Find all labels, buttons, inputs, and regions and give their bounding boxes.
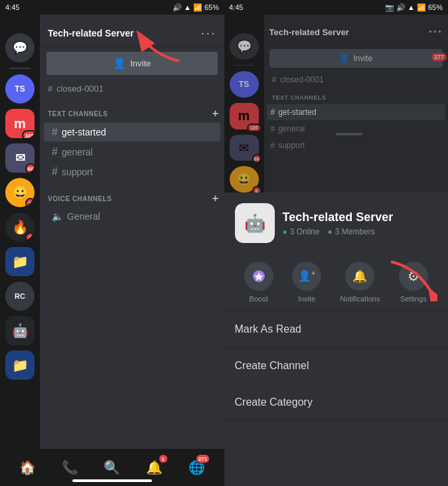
boost-label: Boost [250, 295, 268, 303]
server-icon-avatar[interactable]: 😀 8 [5, 178, 35, 207]
invite-action-label: Invite [298, 295, 315, 303]
scroll-indicator [336, 133, 362, 135]
channel-item-support[interactable]: # support [44, 163, 220, 181]
bg-closed-name: closed-0001 [280, 75, 323, 84]
nav-bell-btn[interactable]: 🔔 1 [144, 457, 165, 478]
wifi-right-icon: ▲ [408, 3, 415, 11]
create-category-text: Create Category [235, 396, 313, 408]
bg-hash2: # [271, 124, 275, 133]
server-stats: 3 Online 3 Members [283, 227, 438, 236]
server-icon-ts[interactable]: TS [5, 74, 35, 104]
gear-icon: ⚙ [408, 268, 419, 284]
phone-icon: 📞 [62, 459, 78, 475]
globe-badge: 271 [196, 454, 210, 463]
nav-search-btn[interactable]: 🔍 [102, 457, 123, 478]
channel-name-support: support [62, 167, 93, 177]
bg-ts-icon: TS [230, 71, 259, 98]
bg-hash3: # [271, 141, 275, 150]
server-name-left: Tech-related Server [48, 28, 134, 39]
server-icon-email[interactable]: ✉ 66 [5, 143, 35, 173]
invite-action-symbol: 👤+ [298, 270, 315, 282]
channel-header: Tech-related Server ··· [40, 15, 224, 46]
create-channel-item[interactable]: Create Channel [224, 348, 449, 384]
bg-divider [234, 65, 255, 66]
hash-icon-1: # [52, 126, 58, 138]
server-badge-avatar: 8 [25, 198, 35, 207]
closed-channel-name: closed-0001 [56, 84, 104, 94]
server-icon-folder2[interactable]: 📁 [5, 351, 35, 380]
speaker-right-icon: 🔊 [396, 3, 406, 12]
boost-btn[interactable]: Boost [244, 262, 273, 303]
channel-name-get-started: get-started [62, 127, 106, 137]
home-server-icon[interactable]: 💬 [5, 33, 35, 62]
settings-btn[interactable]: ⚙ Settings [399, 262, 428, 303]
signal-right-icon: 📶 [417, 3, 426, 12]
bg-support: #support [267, 137, 446, 153]
server-icon-fire[interactable]: 🔥 2 [5, 212, 35, 242]
invite-action-icon: 👤+ [292, 262, 321, 291]
bg-email-icon: ✉ 66 [230, 135, 259, 161]
add-text-channel-btn[interactable]: + [212, 108, 219, 120]
bg-invite-icon: 👤 [339, 54, 349, 63]
bg-notif-badge: 277 [431, 53, 447, 61]
wifi-icon: ▲ [184, 3, 191, 11]
boost-svg [252, 270, 265, 283]
settings-label: Settings [400, 295, 427, 303]
server-bg-sidebar: 💬 TS m 185 ✉ 66 😀 8 [224, 15, 264, 193]
server-bg-channels: Tech-related Server ··· 👤 Invite # close… [264, 0, 449, 193]
nav-home-btn[interactable]: 🏠 [17, 457, 38, 478]
time-right: 4:45 [229, 3, 243, 11]
bg-hash-closed: # [272, 75, 277, 84]
photo-icon: 📷 [385, 3, 394, 12]
bg-avatar-badge: 8 [252, 186, 261, 193]
server-icon-folder1[interactable]: 📁 [5, 247, 35, 276]
status-icons-left: 🔊 ▲ 📶 65% [173, 3, 219, 12]
channel-name-general: general [62, 147, 93, 157]
invite-button-left[interactable]: 👤 Invite [46, 52, 218, 75]
boost-icon [244, 262, 273, 291]
notifications-label: Notifications [340, 295, 380, 303]
channel-item-general[interactable]: # general [44, 143, 220, 161]
add-voice-channel-btn[interactable]: + [212, 193, 219, 204]
search-icon: 🔍 [104, 459, 120, 475]
channel-item-get-started[interactable]: # get-started [44, 123, 220, 141]
server-icon-m[interactable]: m 185 [5, 109, 35, 138]
hash-icon-closed: # [48, 84, 52, 94]
bg-get-started: #get-started [267, 104, 446, 120]
server-badge-email: 66 [25, 163, 35, 173]
create-category-item[interactable]: Create Category [224, 384, 449, 421]
bg-home-icon: 💬 [230, 33, 259, 60]
status-bar-left: 4:45 🔊 ▲ 📶 65% [0, 0, 224, 15]
bg-text-channels-label: TEXT CHANNELS [264, 88, 449, 104]
create-channel-text: Create Channel [235, 360, 309, 371]
channel-list-left: Tech-related Server ··· 👤 Invite # close… [40, 15, 224, 486]
mark-as-read-item[interactable]: Mark As Read [224, 311, 449, 348]
channel-item-voice-general[interactable]: 🔈 General [44, 208, 220, 225]
server-title-right: Tech-related Server [283, 210, 438, 224]
invite-action-btn[interactable]: 👤+ Invite [292, 262, 321, 303]
server-badge-fire: 2 [25, 232, 35, 242]
closed-channel: # closed-0001 [40, 80, 224, 97]
settings-icon-container: ⚙ [399, 262, 428, 291]
text-channels-label: TEXT CHANNELS [48, 110, 108, 118]
bg-dots: ··· [429, 25, 443, 39]
context-menu: 🤖 Tech-related Server 3 Online 3 Members [224, 193, 449, 486]
server-options-btn[interactable]: ··· [201, 25, 216, 40]
hash-icon-2: # [52, 146, 58, 158]
members-stat: 3 Members [327, 227, 374, 236]
status-icons-right: 📷 🔊 ▲ 📶 65% [385, 3, 443, 12]
home-indicator-left [72, 479, 152, 482]
nav-phone-btn[interactable]: 📞 [59, 457, 80, 478]
server-icon-robot[interactable]: 🤖 [5, 316, 35, 345]
right-panel: 4:45 📷 🔊 ▲ 📶 65% 💬 TS m 185 ✉ 66 😀 [224, 0, 449, 486]
battery-right-icon: 65% [428, 3, 443, 11]
server-icon-rc[interactable]: RC [5, 282, 35, 311]
notifications-btn[interactable]: 🔔 Notifications [340, 262, 380, 303]
bg-hash1: # [271, 108, 275, 117]
server-sidebar-left: 💬 TS m 185 ✉ 66 😀 8 🔥 2 📁 [0, 15, 40, 486]
bg-closed-channel: # closed-0001 [264, 72, 449, 88]
nav-globe-btn[interactable]: 🌐 271 [186, 457, 207, 478]
server-badge-m: 185 [22, 130, 35, 138]
invite-label: Invite [130, 58, 151, 68]
bell-action-icon: 🔔 [352, 269, 367, 284]
